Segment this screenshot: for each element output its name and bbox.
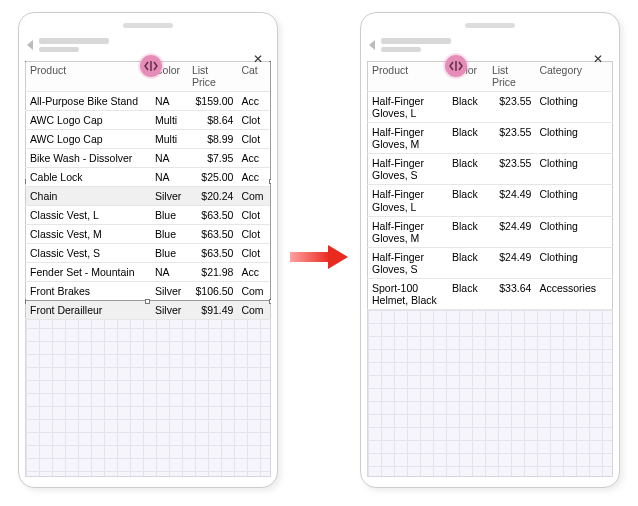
cell-price: $63.50 [188, 225, 238, 244]
cell-category: Acc [237, 149, 270, 168]
transition-arrow-icon [290, 246, 350, 268]
table-row[interactable]: Half-Finger Gloves, SBlack$24.49Clothing [368, 247, 613, 278]
table-row[interactable]: Classic Vest, LBlue$63.50Clot [26, 206, 271, 225]
column-resize-handle-icon[interactable] [140, 55, 162, 77]
resize-handle-se[interactable] [269, 299, 271, 304]
col-price[interactable]: List Price [488, 62, 536, 92]
cell-category: Accessories [535, 278, 612, 309]
cell-price: $33.64 [488, 278, 536, 309]
cell-product: Front Brakes [26, 282, 152, 301]
cell-product: Half-Finger Gloves, M [368, 216, 449, 247]
cell-product: Classic Vest, S [26, 244, 152, 263]
cell-color: Multi [151, 130, 188, 149]
cell-color: Silver [151, 187, 188, 206]
cell-category: Com [237, 187, 270, 206]
cell-category: Acc [237, 168, 270, 187]
cell-color: Multi [151, 111, 188, 130]
cell-price: $23.55 [488, 92, 536, 123]
cell-category: Com [237, 282, 270, 301]
table-header-row: Product Color List Price Category [368, 62, 613, 92]
cell-price: $7.95 [188, 149, 238, 168]
back-icon[interactable] [369, 40, 375, 50]
cell-product: Sport-100 Helmet, Black [368, 278, 449, 309]
cell-category: Clot [237, 225, 270, 244]
cell-price: $24.49 [488, 216, 536, 247]
canvas-grid [25, 301, 271, 477]
data-table-before[interactable]: Product Color List Price Cat All-Purpose… [25, 61, 271, 320]
resize-handle-e[interactable] [269, 179, 271, 184]
cell-color: Blue [151, 225, 188, 244]
table-row[interactable]: Cable LockNA$25.00Acc [26, 168, 271, 187]
data-table-after[interactable]: Product Color List Price Category Half-F… [367, 61, 613, 310]
cell-category: Clothing [535, 185, 612, 216]
table-row[interactable]: AWC Logo CapMulti$8.64Clot [26, 111, 271, 130]
table-row[interactable]: Classic Vest, SBlue$63.50Clot [26, 244, 271, 263]
back-icon[interactable] [27, 40, 33, 50]
cell-product: Classic Vest, L [26, 206, 152, 225]
cell-color: NA [151, 92, 188, 111]
cell-category: Clothing [535, 123, 612, 154]
table-row[interactable]: Bike Wash - DissolverNA$7.95Acc [26, 149, 271, 168]
title-placeholder [381, 38, 451, 44]
table-row[interactable]: Half-Finger Gloves, MBlack$23.55Clothing [368, 123, 613, 154]
phone-mock-after: Product Color List Price Category Half-F… [360, 12, 620, 488]
cell-category: Clothing [535, 216, 612, 247]
cell-price: $8.64 [188, 111, 238, 130]
cell-color: Black [448, 278, 488, 309]
cell-product: Cable Lock [26, 168, 152, 187]
nav-bar [361, 36, 619, 56]
cell-price: $159.00 [188, 92, 238, 111]
cell-product: Half-Finger Gloves, L [368, 185, 449, 216]
cell-category: Clot [237, 206, 270, 225]
close-icon[interactable]: ✕ [593, 52, 603, 66]
cell-category: Clot [237, 111, 270, 130]
table-row[interactable]: Half-Finger Gloves, LBlack$23.55Clothing [368, 92, 613, 123]
cell-price: $91.49 [188, 301, 238, 320]
col-category[interactable]: Cat [237, 62, 270, 92]
col-product[interactable]: Product [26, 62, 152, 92]
col-price[interactable]: List Price [188, 62, 238, 92]
cell-color: Black [448, 92, 488, 123]
table-row[interactable]: All-Purpose Bike StandNA$159.00Acc [26, 92, 271, 111]
cell-color: Black [448, 123, 488, 154]
cell-product: All-Purpose Bike Stand [26, 92, 152, 111]
resize-handle-ne[interactable] [269, 61, 271, 62]
cell-category: Acc [237, 263, 270, 282]
col-category[interactable]: Category [535, 62, 612, 92]
cell-color: Blue [151, 244, 188, 263]
table-row[interactable]: Half-Finger Gloves, LBlack$24.49Clothing [368, 185, 613, 216]
resize-handle-sw[interactable] [25, 299, 26, 304]
table-row[interactable]: ChainSilver$20.24Com [26, 187, 271, 206]
cell-color: Silver [151, 301, 188, 320]
table-row[interactable]: Front BrakesSilver$106.50Com [26, 282, 271, 301]
cell-product: Half-Finger Gloves, L [368, 92, 449, 123]
cell-color: NA [151, 149, 188, 168]
cell-color: NA [151, 168, 188, 187]
cell-price: $25.00 [188, 168, 238, 187]
cell-color: Blue [151, 206, 188, 225]
column-resize-handle-icon[interactable] [445, 55, 467, 77]
close-icon[interactable]: ✕ [253, 52, 263, 66]
cell-color: Black [448, 247, 488, 278]
cell-product: Half-Finger Gloves, S [368, 247, 449, 278]
table-row[interactable]: Fender Set - MountainNA$21.98Acc [26, 263, 271, 282]
table-row[interactable]: Half-Finger Gloves, SBlack$23.55Clothing [368, 154, 613, 185]
resize-handle-w[interactable] [25, 179, 26, 184]
cell-category: Com [237, 301, 270, 320]
cell-color: Black [448, 185, 488, 216]
col-product[interactable]: Product [368, 62, 449, 92]
table-row[interactable]: Sport-100 Helmet, BlackBlack$33.64Access… [368, 278, 613, 309]
cell-price: $63.50 [188, 244, 238, 263]
cell-product: Bike Wash - Dissolver [26, 149, 152, 168]
table-row[interactable]: Classic Vest, MBlue$63.50Clot [26, 225, 271, 244]
resize-handle-s[interactable] [145, 299, 150, 304]
cell-color: NA [151, 263, 188, 282]
cell-product: Half-Finger Gloves, M [368, 123, 449, 154]
cell-price: $24.49 [488, 247, 536, 278]
cell-price: $24.49 [488, 185, 536, 216]
table-row[interactable]: AWC Logo CapMulti$8.99Clot [26, 130, 271, 149]
table-row[interactable]: Half-Finger Gloves, MBlack$24.49Clothing [368, 216, 613, 247]
subtitle-placeholder [39, 47, 79, 52]
cell-color: Silver [151, 282, 188, 301]
resize-handle-nw[interactable] [25, 61, 26, 62]
